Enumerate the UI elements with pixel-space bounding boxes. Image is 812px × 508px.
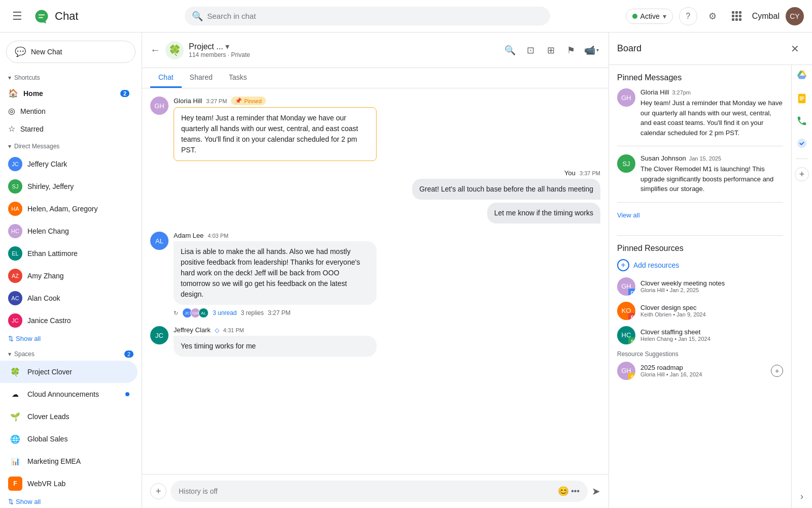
tab-tasks[interactable]: Tasks bbox=[221, 68, 255, 88]
replies-row-adam[interactable]: ↻ JC GH AL 3 unread 3 replies 3:27 PM bbox=[174, 308, 600, 318]
board-close-button[interactable]: ✕ bbox=[786, 40, 804, 58]
back-button[interactable]: ← bbox=[150, 44, 160, 56]
search-input[interactable] bbox=[185, 7, 550, 25]
status-chevron-icon: ▾ bbox=[663, 12, 666, 20]
search-bar: 🔍 bbox=[185, 7, 550, 25]
board-chevron-right[interactable]: › bbox=[798, 489, 805, 504]
sidebar-item-amy[interactable]: AZ Amy Zhang bbox=[0, 265, 138, 287]
docs-icon-button[interactable] bbox=[795, 91, 809, 106]
tasks-icon-button[interactable] bbox=[795, 136, 809, 150]
phone-icon-button[interactable] bbox=[795, 114, 809, 128]
reply-time: 3:27 PM bbox=[268, 309, 291, 316]
show-all-chevron-icon: ⇅ bbox=[8, 335, 14, 342]
sidebar-item-clover-leads[interactable]: 🌱 Clover Leads bbox=[0, 405, 138, 428]
space-name-global-sales: Global Sales bbox=[27, 435, 67, 443]
self-msg-2: Let me know if the timing works bbox=[487, 203, 600, 224]
message-group-adam: AL Adam Lee 4:03 PM Lisa is able to make… bbox=[150, 232, 600, 318]
msg-content-gloria: Gloria Hill 3:27 PM 📌 Pinned Hey team! J… bbox=[174, 97, 600, 161]
message-input[interactable] bbox=[179, 487, 554, 495]
project-dropdown-icon[interactable]: ▾ bbox=[225, 42, 229, 51]
msg-time-jeffrey: 4:31 PM bbox=[223, 327, 244, 333]
task-button[interactable]: ⚑ bbox=[562, 41, 580, 59]
add-attachment-button[interactable]: + bbox=[150, 483, 166, 499]
tasks-icon bbox=[796, 138, 807, 149]
msg-time-gloria: 3:27 PM bbox=[206, 98, 227, 104]
sidebar-item-helen-adam[interactable]: HA Helen, Adam, Gregory bbox=[0, 198, 138, 220]
sidebar-item-alan[interactable]: AC Alan Cook bbox=[0, 287, 138, 309]
dm-section-header[interactable]: ▾ Direct Messages bbox=[0, 140, 142, 153]
msg-header-adam: Adam Lee 4:03 PM bbox=[174, 232, 600, 239]
reply-count: 3 replies bbox=[241, 309, 263, 316]
sidebar-item-shirley[interactable]: SJ Shirley, Jeffery bbox=[0, 175, 138, 198]
emoji-button[interactable]: 😊 bbox=[558, 486, 569, 497]
toggle-sidebar-button[interactable]: ⊡ bbox=[521, 41, 539, 59]
sidebar-item-global-sales[interactable]: 🌐 Global Sales bbox=[0, 428, 138, 450]
sidebar-item-cloud-announcements[interactable]: ☁ Cloud Announcements bbox=[0, 383, 138, 405]
project-info: Project ... ▾ 114 members · Private bbox=[189, 42, 496, 58]
status-label: Active bbox=[640, 12, 660, 20]
pm-text-gloria: Hey team! Just a reminder that Monday we… bbox=[640, 98, 783, 138]
video-button[interactable]: 📹 ▾ bbox=[582, 41, 600, 59]
sidebar-item-mention[interactable]: ◎ Mention bbox=[0, 102, 138, 120]
sidebar-item-jeffery-clark[interactable]: JC Jeffery Clark 📌 bbox=[0, 153, 138, 175]
dm-avatar-helen-chang: HC bbox=[8, 224, 22, 238]
sidebar-item-helen-chang[interactable]: HC Helen Chang bbox=[0, 220, 138, 242]
pm-info-susan: Susan Johnson Jan 15, 2025 The Clover Re… bbox=[640, 154, 783, 194]
spaces-header[interactable]: ▾ Spaces 2 bbox=[0, 347, 142, 361]
dm-label: Direct Messages bbox=[14, 143, 59, 150]
resource-name-1: Clover weekly meeting notes bbox=[640, 279, 783, 287]
sidebar-item-marketing-emea[interactable]: 📊 Marketing EMEA bbox=[0, 450, 138, 472]
suggestion-add-button-1[interactable]: + bbox=[771, 365, 783, 377]
pm-time-gloria: 3:27pm bbox=[672, 89, 691, 96]
search-chat-button[interactable]: 🔍 bbox=[501, 41, 519, 59]
global-sales-icon: 🌐 bbox=[8, 432, 22, 446]
sidebar-item-webvr-lab[interactable]: F WebVR Lab bbox=[0, 472, 138, 495]
webvr-lab-icon: F bbox=[8, 477, 22, 491]
menu-icon[interactable]: ☰ bbox=[8, 7, 26, 25]
dm-show-all-label: Show all bbox=[16, 335, 41, 342]
tab-chat[interactable]: Chat bbox=[150, 68, 182, 88]
dm-avatar-jeffery: JC bbox=[8, 157, 22, 171]
tab-shared[interactable]: Shared bbox=[182, 68, 221, 88]
spaces-chevron-icon: ▾ bbox=[8, 351, 11, 358]
user-avatar[interactable]: CY bbox=[786, 7, 804, 25]
self-msg-1: Great! Let's all touch base before the a… bbox=[412, 179, 600, 200]
resource-item-3: HC S Clover staffing sheet Helen Chang •… bbox=[617, 326, 783, 344]
settings-button[interactable]: ⚙ bbox=[703, 7, 722, 25]
dm-show-all[interactable]: ⇅ Show all bbox=[0, 332, 142, 345]
send-button[interactable]: ➤ bbox=[592, 485, 600, 497]
board-panel: Board ✕ Pinned Messages GH Gloria Hill 3… bbox=[609, 33, 812, 508]
msg-text-adam: Lisa is able to make the all hands. Also… bbox=[181, 247, 360, 298]
message-group-self: You 3:37 PM Great! Let's all touch base … bbox=[150, 169, 600, 224]
space-name-marketing: Marketing EMEA bbox=[27, 457, 81, 465]
sidebar: 💬 New Chat ▾ Shortcuts 🏠 Home 2 ◎ Mentio… bbox=[0, 33, 142, 508]
help-button[interactable]: ? bbox=[679, 7, 697, 25]
sidebar-item-project-clover[interactable]: 🍀 Project Clover bbox=[0, 361, 138, 383]
sidebar-item-ethan[interactable]: EL Ethan Lattimore bbox=[0, 242, 138, 265]
drive-icon-button[interactable] bbox=[795, 69, 809, 83]
chat-tabs: Chat Shared Tasks bbox=[142, 68, 608, 88]
view-all-link[interactable]: View all bbox=[617, 211, 640, 219]
spaces-show-all[interactable]: ⇅ Show all bbox=[0, 495, 142, 508]
status-indicator bbox=[632, 14, 637, 19]
svg-rect-2 bbox=[799, 97, 804, 97]
sidebar-item-starred[interactable]: ☆ Starred bbox=[0, 120, 138, 138]
pm-sender-gloria: Gloria Hill bbox=[640, 88, 669, 96]
present-button[interactable]: ⊞ bbox=[542, 41, 560, 59]
sidebar-item-home[interactable]: 🏠 Home 2 bbox=[0, 84, 138, 102]
new-chat-button[interactable]: 💬 New Chat bbox=[6, 41, 136, 63]
shortcuts-header[interactable]: ▾ Shortcuts bbox=[0, 71, 142, 84]
add-board-icon-button[interactable]: + bbox=[795, 167, 809, 181]
msg-avatar-gloria: GH bbox=[150, 97, 168, 115]
apps-button[interactable] bbox=[728, 7, 746, 25]
status-button[interactable]: Active ▾ bbox=[626, 9, 673, 24]
dm-avatar-amy: AZ bbox=[8, 269, 22, 283]
sidebar-item-janice[interactable]: JC Janice Castro bbox=[0, 309, 138, 332]
pinned-messages-section: Pinned Messages GH Gloria Hill 3:27pm He… bbox=[617, 73, 783, 227]
add-resources-button[interactable]: + Add resources bbox=[617, 259, 783, 271]
dm-name-helen-adam: Helen, Adam, Gregory bbox=[27, 205, 98, 213]
resource-sheet-icon-3: S bbox=[628, 337, 635, 344]
msg-sender-jeffrey: Jeffrey Clark bbox=[174, 326, 211, 334]
msg-avatar-jeffrey: JC bbox=[150, 326, 168, 344]
more-options-button[interactable]: ••• bbox=[571, 487, 580, 496]
